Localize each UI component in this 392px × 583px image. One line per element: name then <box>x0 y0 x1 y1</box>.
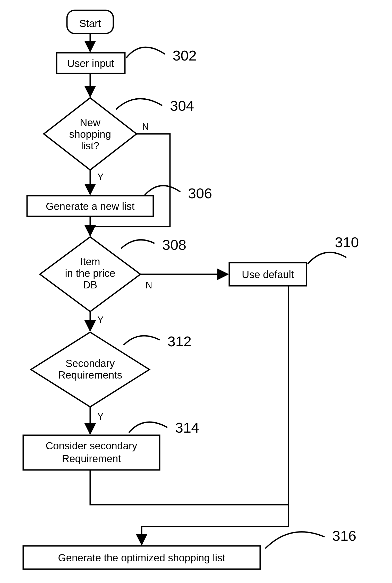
ref-310: 310 <box>335 234 359 250</box>
node-310-use-default: Use default <box>229 263 306 286</box>
node-306-generate-new-list: Generate a new list <box>27 196 153 216</box>
edge-312-yes-label: Y <box>97 411 104 422</box>
leader-306 <box>144 186 180 196</box>
leader-314 <box>129 422 167 433</box>
leader-312 <box>124 336 160 345</box>
node-306-label: Generate a new list <box>46 201 135 212</box>
flowchart: Start User input New shopping list? Gene… <box>0 0 392 583</box>
ref-306: 306 <box>188 185 212 201</box>
node-308-line2: in the price <box>65 268 115 279</box>
ref-302: 302 <box>173 47 197 64</box>
leader-310 <box>308 252 346 264</box>
ref-316: 316 <box>332 528 356 544</box>
ref-314: 314 <box>175 419 199 436</box>
ref-304: 304 <box>170 98 194 114</box>
node-310-label: Use default <box>242 269 294 280</box>
start-label: Start <box>79 18 101 29</box>
node-314-consider-secondary-requirement: Consider secondary Requirement <box>23 435 160 470</box>
node-308-item-in-price-db: Item in the price DB <box>40 237 140 312</box>
edge-304-no-label: N <box>142 122 149 132</box>
node-316-generate-optimized-list: Generate the optimized shopping list <box>23 546 260 569</box>
node-304-line2: shopping <box>69 128 111 140</box>
node-302-user-input: User input <box>57 53 125 73</box>
node-304-new-shopping-list: New shopping list? <box>44 98 137 170</box>
node-314-line2: Requirement <box>62 453 121 464</box>
ref-312: 312 <box>167 333 191 349</box>
edge-314-to-316 <box>90 470 288 545</box>
node-304-line3: list? <box>81 140 99 151</box>
leader-304 <box>116 99 162 109</box>
node-314-line1: Consider secondary <box>46 440 137 451</box>
node-312-secondary-requirements: Secondary Requirements <box>31 332 149 407</box>
node-312-line1: Secondary <box>65 358 115 369</box>
node-308-line3: DB <box>83 279 97 290</box>
leader-302 <box>126 47 165 58</box>
node-302-label: User input <box>67 58 114 69</box>
node-308-line1: Item <box>80 256 100 267</box>
node-start: Start <box>67 10 113 33</box>
edge-304-yes-label: Y <box>97 172 104 182</box>
node-312-line2: Requirements <box>58 369 122 381</box>
ref-308: 308 <box>162 237 186 253</box>
leader-316 <box>265 532 325 548</box>
leader-308 <box>121 240 155 248</box>
node-316-label: Generate the optimized shopping list <box>58 552 225 563</box>
edge-308-yes-label: Y <box>97 315 104 325</box>
node-304-line1: New <box>80 117 100 128</box>
edge-308-no-label: N <box>146 280 152 290</box>
